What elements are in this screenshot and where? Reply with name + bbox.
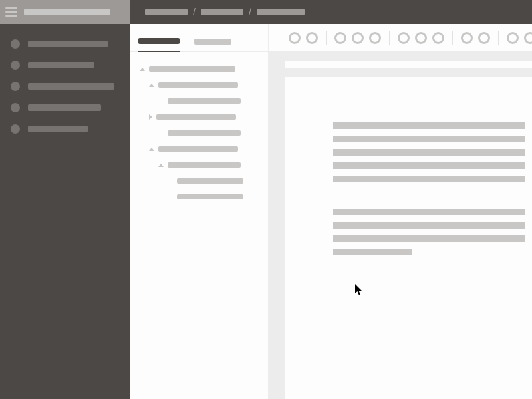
sidebar-item[interactable] [0, 33, 130, 55]
breadcrumb: / / [130, 7, 305, 17]
text-line [332, 249, 412, 255]
toolbar-button[interactable] [478, 32, 490, 44]
tab-outline[interactable] [138, 38, 180, 52]
chevron-up-icon[interactable] [149, 148, 154, 151]
ruler[interactable] [285, 61, 532, 68]
dot-icon [11, 124, 20, 134]
dot-icon [11, 39, 20, 49]
tree-item-label [177, 194, 243, 200]
tree-item[interactable] [140, 157, 260, 173]
app-title [24, 9, 110, 15]
toolbar-button[interactable] [306, 32, 318, 44]
toolbar-button[interactable] [289, 32, 301, 44]
chevron-up-icon[interactable] [158, 164, 164, 167]
toolbar-button[interactable] [524, 32, 532, 44]
sidebar-item-label [28, 104, 101, 111]
text-line [332, 176, 525, 182]
app-header: / / [0, 0, 532, 24]
sidebar [0, 24, 130, 399]
toolbar-button[interactable] [415, 32, 427, 44]
paragraph[interactable] [332, 122, 532, 182]
breadcrumb-item[interactable] [257, 9, 305, 15]
tree-item[interactable] [140, 93, 260, 109]
toolbar-button[interactable] [507, 32, 519, 44]
tree-item-label [158, 82, 238, 88]
outline-panel [130, 24, 269, 399]
text-line [332, 222, 525, 229]
toolbar-button[interactable] [432, 32, 444, 44]
tree-item[interactable] [140, 141, 260, 157]
tree-item[interactable] [140, 109, 260, 125]
tree-item-label [149, 66, 235, 72]
sidebar-item-label [28, 41, 108, 47]
tree-item[interactable] [140, 125, 260, 141]
toolbar-separator [326, 31, 327, 45]
toolbar-button[interactable] [369, 32, 381, 44]
paragraph[interactable] [332, 209, 532, 255]
text-line [332, 149, 525, 156]
tree-item-label [177, 178, 243, 184]
dot-icon [11, 61, 20, 70]
text-line [332, 136, 525, 142]
tree-item[interactable] [140, 173, 260, 189]
toolbar-button[interactable] [334, 32, 346, 44]
document-area [269, 52, 532, 399]
chevron-up-icon[interactable] [140, 68, 145, 71]
sidebar-item-label [28, 62, 94, 68]
header-left [0, 0, 130, 24]
text-line [332, 235, 525, 242]
tree-item[interactable] [140, 61, 260, 77]
toolbar [269, 24, 532, 52]
text-line [332, 162, 525, 169]
text-line [332, 122, 525, 129]
toolbar-button[interactable] [461, 32, 473, 44]
tree-item[interactable] [140, 189, 260, 205]
tree-item-label [168, 162, 241, 168]
dot-icon [11, 82, 20, 91]
breadcrumb-item[interactable] [145, 9, 188, 15]
breadcrumb-item[interactable] [201, 9, 243, 15]
toolbar-button[interactable] [352, 32, 364, 44]
tree-item-label [168, 98, 241, 104]
document-page[interactable] [285, 77, 532, 399]
tree-item-label [168, 130, 241, 136]
toolbar-separator [389, 31, 390, 45]
dot-icon [11, 103, 20, 112]
breadcrumb-separator: / [193, 7, 196, 17]
tree-item-label [158, 146, 238, 152]
tree-item[interactable] [140, 77, 260, 93]
sidebar-item[interactable] [0, 76, 130, 97]
tree-item-label [156, 114, 236, 120]
sidebar-item[interactable] [0, 118, 130, 140]
sidebar-item-label [28, 83, 114, 90]
tabs [130, 24, 268, 52]
chevron-up-icon[interactable] [149, 84, 154, 87]
tab-comments[interactable] [194, 39, 231, 51]
outline-tree [130, 52, 268, 205]
toolbar-button[interactable] [398, 32, 410, 44]
sidebar-item[interactable] [0, 97, 130, 118]
content-panel [269, 24, 532, 399]
sidebar-item[interactable] [0, 55, 130, 76]
breadcrumb-separator: / [249, 7, 251, 17]
menu-icon[interactable] [5, 7, 17, 17]
toolbar-separator [452, 31, 453, 45]
sidebar-item-label [28, 126, 88, 132]
text-line [332, 209, 525, 215]
chevron-right-icon[interactable] [149, 114, 152, 120]
toolbar-separator [498, 31, 499, 45]
